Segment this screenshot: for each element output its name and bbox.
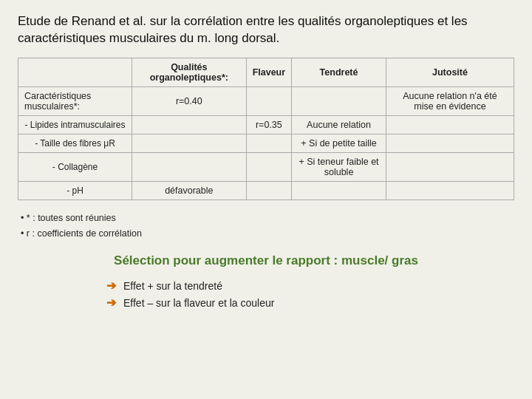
table-row: - Collagène+ Si teneur faible et soluble: [18, 152, 514, 181]
arrow-icon-2: ➔: [106, 296, 116, 310]
table-cell-0-0: r=0.40: [132, 86, 246, 115]
effect-row-2: ➔ Effet – sur la flaveur et la couleur: [106, 296, 274, 310]
table-col-header-tendrete: Tendreté: [292, 58, 386, 86]
selection-highlight: muscle/ gras: [341, 253, 418, 267]
arrow-icon-1: ➔: [106, 279, 116, 293]
table-cell-3-3: [386, 152, 514, 181]
row-label-1: - Lipides intramusculaires: [18, 115, 132, 134]
selection-title: Sélection pour augmenter le rapport : mu…: [18, 253, 514, 268]
table-cell-2-1: [246, 134, 291, 152]
table-cell-1-3: [386, 115, 514, 134]
row-label-2: - Taille des fibres μR: [18, 134, 132, 152]
table-cell-4-3: [386, 181, 514, 200]
table-cell-2-3: [386, 134, 514, 152]
effect-text-1: Effet + sur la tendreté: [123, 280, 222, 292]
table-cell-0-3: Aucune relation n'a été mise en évidence: [386, 86, 514, 115]
table-row: - Taille des fibres μR+ Si de petite tai…: [18, 134, 514, 152]
effects-section: ➔ Effet + sur la tendreté ➔ Effet – sur …: [18, 279, 514, 310]
table-row: - pHdéfavorable: [18, 181, 514, 200]
row-label-3: - Collagène: [18, 152, 132, 181]
table-col-header-jutosite: Jutosité: [386, 58, 514, 86]
table-cell-2-2: + Si de petite taille: [292, 134, 386, 152]
effect-text-2: Effet – sur la flaveur et la couleur: [123, 297, 274, 309]
table-cell-1-1: r=0.35: [246, 115, 291, 134]
row-label-0: Caractéristiques musculaires*:: [18, 86, 132, 115]
footnotes: • * : toutes sont réunies • r : coeffici…: [18, 211, 514, 242]
table-cell-3-2: + Si teneur faible et soluble: [292, 152, 386, 181]
table-cell-0-2: [292, 86, 386, 115]
table-cell-3-1: [246, 152, 291, 181]
table-row: - Lipides intramusculairesr=0.35Aucune r…: [18, 115, 514, 134]
table-cell-1-0: [132, 115, 246, 134]
effect-row-1: ➔ Effet + sur la tendreté: [106, 279, 222, 293]
table-cell-2-0: [132, 134, 246, 152]
table-cell-3-0: [132, 152, 246, 181]
table-col-header-qualites: Qualités organoleptiques*:: [132, 58, 246, 86]
correlation-table: Qualités organoleptiques*: Flaveur Tendr…: [18, 58, 514, 200]
table-col-header-empty: [18, 58, 132, 86]
bullet-2: • r : coefficients de corrélation: [21, 226, 514, 242]
table-cell-4-1: [246, 181, 291, 200]
table-col-header-flaveur: Flaveur: [246, 58, 291, 86]
table-cell-4-0: défavorable: [132, 181, 246, 200]
main-title: Etude de Renand et al. sur la corrélatio…: [18, 13, 514, 47]
table-cell-0-1: [246, 86, 291, 115]
bullet-1: • * : toutes sont réunies: [21, 211, 514, 226]
table-cell-4-2: [292, 181, 386, 200]
table-row: Caractéristiques musculaires*:r=0.40Aucu…: [18, 86, 514, 115]
row-label-4: - pH: [18, 181, 132, 200]
table-cell-1-2: Aucune relation: [292, 115, 386, 134]
